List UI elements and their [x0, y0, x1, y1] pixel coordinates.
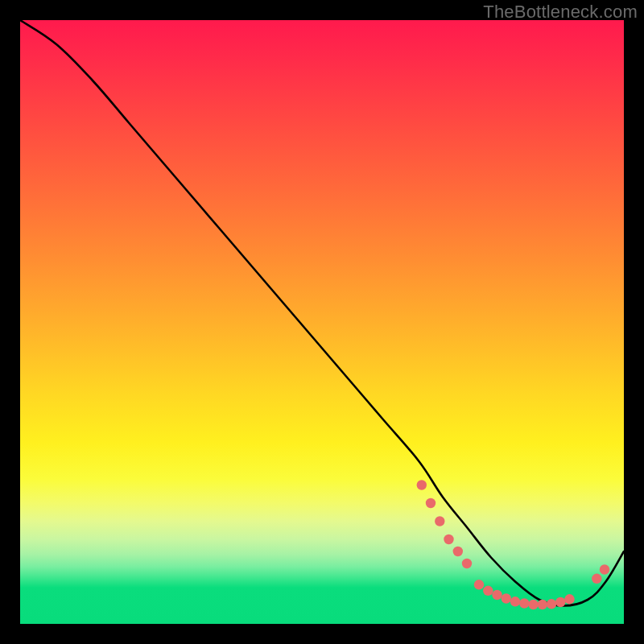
- chart-frame: TheBottleneck.com: [0, 0, 644, 644]
- bottleneck-curve-path: [20, 20, 624, 606]
- marker-dot: [453, 547, 463, 556]
- marker-dot: [547, 599, 556, 609]
- marker-dot: [555, 597, 565, 607]
- curve-svg: [20, 20, 624, 624]
- marker-dot: [462, 559, 472, 568]
- marker-dot: [474, 580, 484, 589]
- marker-dot: [510, 597, 520, 606]
- marker-dot: [592, 574, 601, 584]
- marker-dot: [444, 535, 453, 544]
- plot-area: [20, 20, 624, 624]
- marker-dot: [600, 564, 609, 574]
- marker-dot: [564, 594, 574, 604]
- marker-dot: [492, 590, 502, 600]
- marker-dot: [435, 516, 444, 526]
- marker-dot: [528, 600, 538, 609]
- marker-dot: [502, 593, 511, 603]
- marker-dot: [483, 586, 493, 596]
- watermark-text: TheBottleneck.com: [483, 2, 638, 23]
- marker-dot: [519, 598, 529, 608]
- marker-dot: [538, 600, 547, 609]
- marker-dot: [426, 498, 436, 508]
- marker-dot: [417, 480, 427, 489]
